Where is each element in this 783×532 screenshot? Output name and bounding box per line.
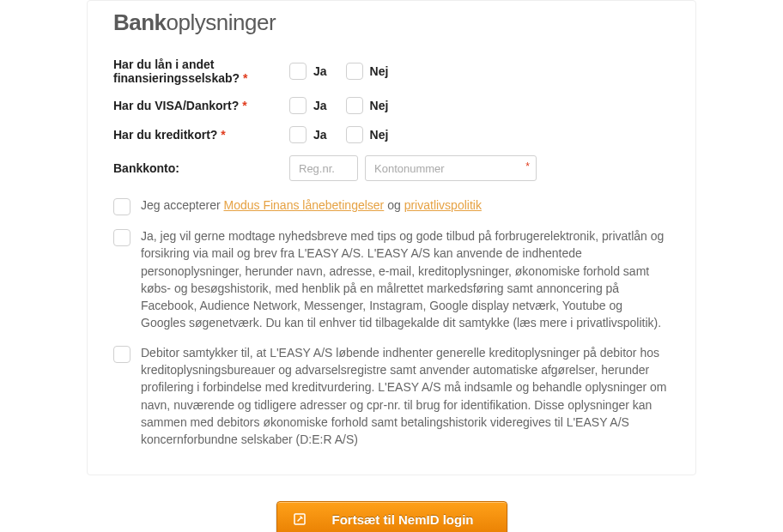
question-other-loan: Har du lån i andet finansieringsselskab?… bbox=[113, 57, 670, 85]
newsletter-block: Ja, jeg vil gerne modtage nyhedsbreve me… bbox=[113, 227, 670, 332]
radio-yes-label: Ja bbox=[313, 64, 327, 78]
required-mark: * bbox=[221, 128, 225, 142]
newsletter-text: Ja, jeg vil gerne modtage nyhedsbreve me… bbox=[141, 227, 670, 332]
kontonummer-input[interactable] bbox=[365, 155, 537, 181]
bank-form-card: Bankoplysninger Har du lån i andet finan… bbox=[87, 0, 696, 475]
radio-yes-option: Ja bbox=[289, 97, 327, 114]
radio-yes-label: Ja bbox=[313, 128, 327, 142]
debtor-consent-checkbox[interactable] bbox=[113, 346, 130, 363]
radio-yes[interactable] bbox=[289, 126, 307, 143]
radio-no[interactable] bbox=[346, 63, 363, 80]
radio-no[interactable] bbox=[346, 97, 363, 114]
radio-group: Ja Nej bbox=[289, 126, 388, 143]
radio-group: Ja Nej bbox=[289, 97, 388, 114]
kontonr-wrapper: * bbox=[365, 155, 537, 181]
radio-yes[interactable] bbox=[289, 63, 307, 80]
label-text: Har du kreditkort? bbox=[113, 128, 217, 142]
submit-area: Fortsæt til NemID login Samtidig med min… bbox=[87, 501, 696, 532]
continue-nemid-button[interactable]: Fortsæt til NemID login bbox=[276, 501, 507, 532]
accept-prefix: Jeg accepterer bbox=[141, 198, 224, 212]
accept-terms-text: Jeg accepterer Modus Finans lånebetingel… bbox=[141, 196, 482, 215]
question-label: Har du kreditkort?* bbox=[113, 128, 289, 142]
question-visa-dankort: Har du VISA/Dankort?* Ja Nej bbox=[113, 97, 670, 114]
required-mark: * bbox=[242, 99, 246, 112]
accept-terms-checkbox[interactable] bbox=[113, 198, 130, 215]
radio-yes-option: Ja bbox=[289, 63, 327, 80]
radio-no-option: Nej bbox=[346, 126, 389, 143]
newsletter-checkbox[interactable] bbox=[113, 229, 130, 246]
privacy-link[interactable]: privatlivspolitik bbox=[404, 198, 482, 212]
radio-no-option: Nej bbox=[346, 63, 389, 80]
submit-label: Fortsæt til NemID login bbox=[332, 512, 474, 527]
title-bold: Bank bbox=[113, 9, 167, 35]
question-creditcard: Har du kreditkort?* Ja Nej bbox=[113, 126, 670, 143]
title-rest: oplysninger bbox=[167, 9, 276, 35]
question-label: Har du VISA/Dankort?* bbox=[113, 99, 289, 112]
radio-no-label: Nej bbox=[370, 64, 389, 78]
radio-no-label: Nej bbox=[370, 128, 389, 142]
accept-mid: og bbox=[384, 198, 404, 212]
label-text: Har du VISA/Dankort? bbox=[113, 99, 239, 112]
label-text: Har du lån i andet finansieringsselskab? bbox=[113, 57, 240, 85]
accept-terms-block: Jeg accepterer Modus Finans lånebetingel… bbox=[113, 196, 670, 215]
required-mark: * bbox=[525, 160, 530, 172]
required-mark: * bbox=[243, 71, 247, 85]
bank-account-row: Bankkonto: * bbox=[113, 155, 670, 181]
question-label: Har du lån i andet finansieringsselskab?… bbox=[113, 57, 289, 85]
radio-no-label: Nej bbox=[370, 99, 389, 112]
debtor-consent-text: Debitor samtykker til, at L'EASY A/S løb… bbox=[141, 344, 670, 449]
radio-no[interactable] bbox=[346, 126, 363, 143]
radio-group: Ja Nej bbox=[289, 63, 388, 80]
terms-link[interactable]: Modus Finans lånebetingelser bbox=[224, 198, 385, 212]
regnr-input[interactable] bbox=[289, 155, 358, 181]
bank-account-label: Bankkonto: bbox=[113, 161, 289, 175]
edit-icon bbox=[293, 512, 307, 526]
radio-no-option: Nej bbox=[346, 97, 389, 114]
radio-yes[interactable] bbox=[289, 97, 307, 114]
radio-yes-option: Ja bbox=[289, 126, 327, 143]
debtor-consent-block: Debitor samtykker til, at L'EASY A/S løb… bbox=[113, 344, 670, 449]
section-title: Bankoplysninger bbox=[113, 9, 670, 36]
radio-yes-label: Ja bbox=[313, 99, 327, 112]
